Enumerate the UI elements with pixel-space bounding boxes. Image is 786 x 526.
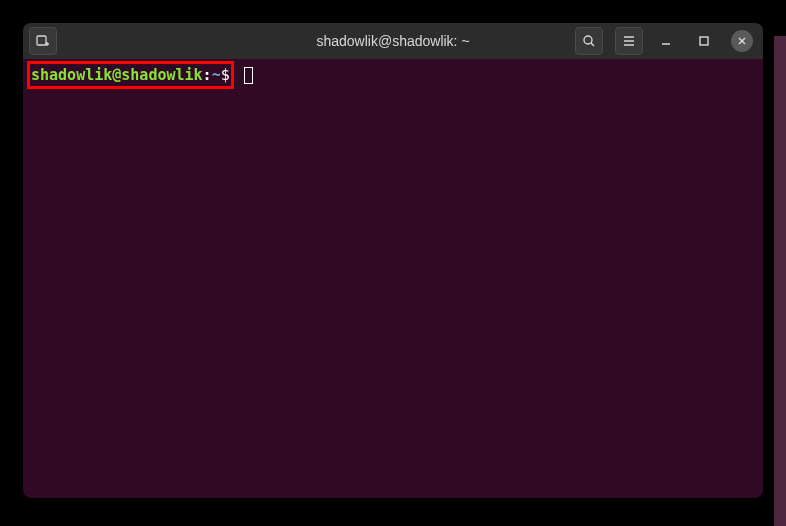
minimize-icon <box>660 35 672 47</box>
titlebar-left <box>29 27 57 55</box>
menu-button[interactable] <box>615 27 643 55</box>
search-button[interactable] <box>575 27 603 55</box>
close-button[interactable] <box>731 30 753 52</box>
close-icon <box>737 36 747 46</box>
prompt-colon: : <box>203 66 212 84</box>
titlebar: shadowlik@shadowlik: ~ <box>23 23 763 59</box>
svg-rect-0 <box>37 36 46 45</box>
terminal-body[interactable]: shadowlik@shadowlik:~$ <box>23 59 763 498</box>
svg-rect-9 <box>700 37 708 45</box>
new-tab-icon <box>35 33 51 49</box>
search-icon <box>581 33 597 49</box>
terminal-window: shadowlik@shadowlik: ~ <box>23 23 763 498</box>
hamburger-icon <box>621 33 637 49</box>
new-tab-button[interactable] <box>29 27 57 55</box>
svg-line-4 <box>591 43 594 46</box>
prompt-symbol: $ <box>221 66 230 84</box>
titlebar-right <box>575 27 757 55</box>
prompt-line: shadowlik@shadowlik:~$ <box>27 61 759 89</box>
maximize-icon <box>698 35 710 47</box>
prompt-highlight: shadowlik@shadowlik:~$ <box>27 61 234 89</box>
maximize-button[interactable] <box>693 30 715 52</box>
minimize-button[interactable] <box>655 30 677 52</box>
prompt-path: ~ <box>212 66 221 84</box>
window-controls <box>655 30 757 52</box>
prompt-user-host: shadowlik@shadowlik <box>31 66 203 84</box>
terminal-cursor <box>244 67 253 84</box>
svg-point-3 <box>584 36 592 44</box>
